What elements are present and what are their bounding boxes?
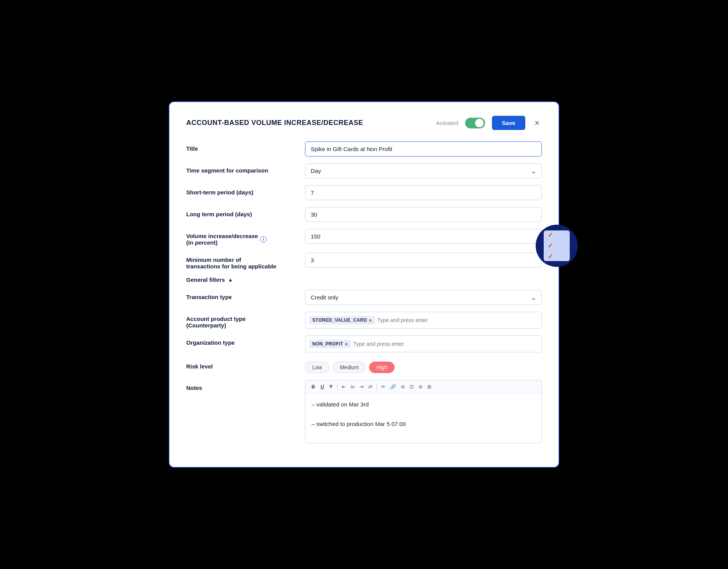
risk-high-button[interactable]: High [369, 362, 395, 373]
checklist-icon: ✓ ✓ ✓ [544, 230, 570, 261]
organization-type-tag-text-input[interactable] [353, 341, 538, 347]
tag-label: STORED_VALUE_CARD [312, 317, 367, 323]
title-row: Title [186, 141, 542, 156]
risk-level-buttons: Low Medium High [305, 359, 398, 373]
tag-label: NON_PROFIT [312, 341, 343, 347]
modal-header: ACCOUNT-BASED VOLUME INCREASE/DECREASE A… [186, 116, 542, 130]
modal-container: ✓ ✓ ✓ ACCOUNT-BASED VOLUME INCREASE/DECR… [169, 101, 559, 468]
notes-editor: B U T ⇤ ⅳ ⇥ ⇄ ✏ 🔗 ⊘ ⊡ ⊘ ⊞ – validated on… [305, 380, 542, 443]
notes-line-3: – switched to production Mar 5 07:00 [312, 419, 535, 429]
stored-value-card-tag: STORED_VALUE_CARD × [309, 316, 375, 324]
info-icon[interactable]: i [260, 236, 267, 243]
long-term-row: Long term period (days) [186, 207, 542, 222]
organization-type-row: Organization type NON_PROFIT × [186, 335, 542, 352]
short-term-input[interactable] [305, 185, 542, 200]
general-filters-label: General filters [186, 276, 225, 283]
float-badge: ✓ ✓ ✓ [536, 225, 578, 267]
align-center-button[interactable]: ⅳ [349, 383, 357, 391]
long-term-input[interactable] [305, 207, 542, 222]
transaction-type-select-wrapper: Credit only Debit only All ⌄ [305, 290, 542, 305]
title-input[interactable] [305, 141, 542, 156]
short-term-label: Short-term period (days) [186, 185, 305, 196]
transaction-type-select[interactable]: Credit only Debit only All [305, 290, 542, 305]
volume-row: Volume increase/decrease(in percent) i [186, 229, 542, 246]
block-button[interactable]: ⊘ [416, 383, 425, 391]
table-button[interactable]: ⊞ [425, 383, 433, 391]
account-product-tag-input[interactable]: STORED_VALUE_CARD × [305, 312, 542, 329]
short-term-row: Short-term period (days) [186, 185, 542, 200]
align-left-button[interactable]: ⇤ [340, 383, 348, 391]
tag-remove-icon[interactable]: × [369, 318, 372, 323]
notes-line-1: – validated on Mar 3rd [312, 400, 535, 409]
non-profit-tag: NON_PROFIT × [309, 340, 351, 348]
min-transactions-label: Minimum number oftransactions for being … [186, 253, 305, 270]
justify-button[interactable]: ⇄ [366, 383, 374, 391]
min-transactions-input[interactable] [305, 253, 542, 268]
general-filters-header: General filters ▲ [186, 276, 542, 283]
modal-title: ACCOUNT-BASED VOLUME INCREASE/DECREASE [186, 119, 363, 127]
volume-label: Volume increase/decrease(in percent) i [186, 229, 305, 246]
time-segment-label: Time segment for comparison [186, 163, 305, 174]
account-product-tag-text-input[interactable] [377, 317, 538, 323]
volume-input[interactable] [305, 229, 542, 244]
risk-low-button[interactable]: Low [305, 362, 330, 373]
strikethrough-button[interactable]: T [327, 383, 335, 391]
bold-button[interactable]: B [309, 383, 317, 391]
account-product-row: Account product type(Counterparty) STORE… [186, 312, 542, 329]
organization-type-label: Organization type [186, 335, 305, 346]
account-product-label: Account product type(Counterparty) [186, 312, 305, 329]
eraser-button[interactable]: ⊘ [399, 383, 407, 391]
time-segment-select-wrapper: Day Week Month ⌄ [305, 163, 542, 178]
time-segment-select[interactable]: Day Week Month [305, 163, 542, 178]
image-button[interactable]: ⊡ [408, 383, 416, 391]
collapse-arrow-icon[interactable]: ▲ [228, 277, 233, 283]
close-button[interactable]: × [532, 117, 542, 129]
header-actions: Activated Save × [436, 116, 542, 130]
risk-medium-button[interactable]: Medium [333, 362, 366, 373]
transaction-type-row: Transaction type Credit only Debit only … [186, 290, 542, 305]
risk-level-row: Risk level Low Medium High [186, 359, 542, 373]
save-button[interactable]: Save [492, 116, 525, 130]
time-segment-row: Time segment for comparison Day Week Mon… [186, 163, 542, 178]
min-transactions-row: Minimum number oftransactions for being … [186, 253, 542, 270]
activated-label: Activated [436, 120, 459, 126]
long-term-label: Long term period (days) [186, 207, 305, 217]
transaction-type-label: Transaction type [186, 290, 305, 300]
toolbar-divider-2 [377, 383, 377, 390]
link-button[interactable]: 🔗 [388, 383, 398, 391]
underline-button[interactable]: U [318, 383, 326, 391]
align-right-button[interactable]: ⇥ [357, 383, 366, 391]
organization-type-tag-input[interactable]: NON_PROFIT × [305, 335, 542, 352]
pen-icon-button[interactable]: ✏ [379, 383, 387, 391]
activated-toggle[interactable] [465, 118, 485, 128]
notes-label: Notes [186, 380, 305, 391]
risk-level-label: Risk level [186, 359, 305, 370]
tag-remove-icon-2[interactable]: × [345, 342, 348, 347]
notes-row: Notes B U T ⇤ ⅳ ⇥ ⇄ ✏ 🔗 ⊘ ⊡ ⊘ ⊞ – valida… [186, 380, 542, 443]
notes-content[interactable]: – validated on Mar 3rd – switched to pro… [305, 393, 542, 443]
title-label: Title [186, 141, 305, 152]
toolbar-divider-1 [337, 383, 338, 390]
editor-toolbar: B U T ⇤ ⅳ ⇥ ⇄ ✏ 🔗 ⊘ ⊡ ⊘ ⊞ [305, 380, 542, 393]
